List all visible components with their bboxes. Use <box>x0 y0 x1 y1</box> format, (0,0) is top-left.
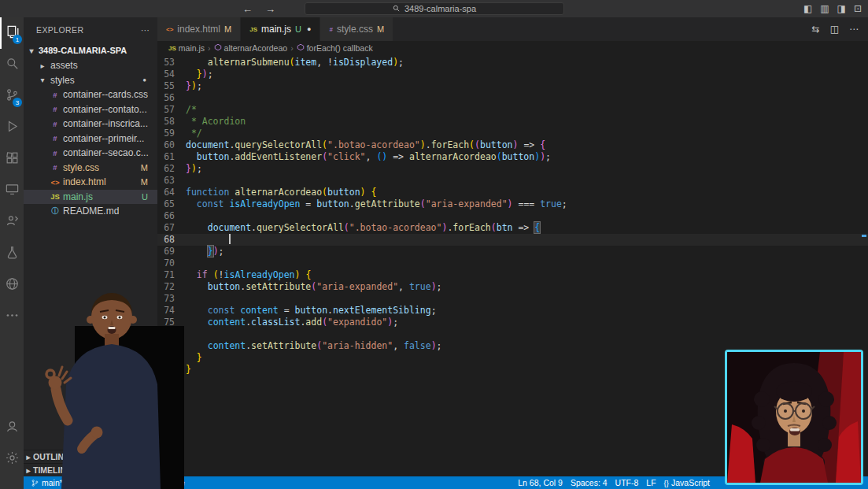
tree-item-assets[interactable]: ▸assets <box>24 58 157 73</box>
tree-item-container-inscrica-[interactable]: #container--inscrica... <box>24 117 157 132</box>
line-number[interactable]: 62 <box>157 163 186 175</box>
line-number[interactable]: 60 <box>157 139 186 151</box>
activity-run-debug[interactable] <box>0 112 24 143</box>
text-cursor <box>229 234 231 244</box>
code-line[interactable]: 75 content.classList.add("expandido"); <box>157 317 868 328</box>
code-line[interactable]: 72 button.setAttribute("aria-expanded", … <box>157 281 868 293</box>
activity-web[interactable] <box>0 269 24 301</box>
file-name: container--secao.c... <box>63 147 149 158</box>
activity-testing[interactable] <box>0 238 24 269</box>
code-line[interactable]: 69 }); <box>157 246 868 257</box>
line-number[interactable]: 53 <box>157 57 186 69</box>
activity-extensions[interactable] <box>0 143 24 175</box>
code-line[interactable]: 56 <box>157 92 868 104</box>
back-icon[interactable]: ← <box>242 3 253 15</box>
tree-item-readme-md[interactable]: ⓘREADME.md <box>24 204 157 219</box>
line-number[interactable]: 67 <box>157 222 186 234</box>
customize-layout-icon[interactable]: ⊡ <box>854 3 862 14</box>
line-number[interactable]: 54 <box>157 69 186 80</box>
git-status-badge: M <box>141 163 148 172</box>
code-line[interactable]: 55}); <box>157 80 868 92</box>
dirty-dot-icon[interactable]: ● <box>307 25 311 33</box>
forward-icon[interactable]: → <box>265 3 275 15</box>
tree-item-style-css[interactable]: #style.cssM <box>24 161 157 176</box>
indentation[interactable]: Spaces: 4 <box>567 478 611 487</box>
tab-index-html[interactable]: <>index.htmlM <box>157 17 241 41</box>
encoding[interactable]: UTF-8 <box>611 478 643 487</box>
tab-label: style.css <box>337 24 373 35</box>
line-content: const content = button.nextElementSiblin… <box>186 305 437 317</box>
tree-item-index-html[interactable]: <>index.htmlM <box>24 175 157 190</box>
explorer-more-actions-icon[interactable]: ⋯ <box>141 25 150 43</box>
tree-item-styles[interactable]: ▾styles● <box>24 73 157 88</box>
line-number[interactable]: 71 <box>157 269 186 281</box>
line-content: }); <box>186 163 202 175</box>
split-editor-icon[interactable]: ◫ <box>830 24 839 35</box>
line-number[interactable]: 55 <box>157 80 186 92</box>
more-actions-icon[interactable]: ⋯ <box>849 24 859 35</box>
line-number[interactable]: 68 <box>157 234 186 246</box>
code-line[interactable]: 66 <box>157 210 868 222</box>
code-line[interactable]: 64function alternarAcordeao(button) { <box>157 187 868 198</box>
tree-item-container-cards-css[interactable]: #container--cards.css <box>24 87 157 102</box>
cursor-position[interactable]: Ln 68, Col 9 <box>514 478 567 487</box>
code-line[interactable]: 62}); <box>157 163 868 175</box>
code-line[interactable]: 58 * Acordion <box>157 116 868 128</box>
layout-controls: ◧ ▥ ◨ ⊡ <box>803 0 862 17</box>
activity-account[interactable] <box>0 412 24 443</box>
code-line[interactable]: 60document.querySelectorAll(".botao-acor… <box>157 139 868 151</box>
activity-remote-explorer[interactable] <box>0 175 24 206</box>
command-center-search[interactable]: 3489-calmaria-spa <box>305 2 564 15</box>
activity-badge: 1 <box>13 35 22 44</box>
line-number[interactable]: 59 <box>157 128 186 139</box>
activity-search[interactable] <box>0 49 24 80</box>
code-line[interactable]: 73 <box>157 293 868 305</box>
activity-explorer[interactable]: 1 <box>0 17 24 49</box>
activity-settings[interactable] <box>0 443 24 475</box>
line-number[interactable]: 66 <box>157 210 186 222</box>
tree-item-container-contato-[interactable]: #container--contato... <box>24 102 157 117</box>
code-line[interactable]: 53 alternarSubmenu(item, !isDisplayed); <box>157 57 868 69</box>
code-line[interactable]: 65 const isAlreadyOpen = button.getAttri… <box>157 198 868 210</box>
code-line[interactable]: 63 <box>157 175 868 187</box>
file-name: style.css <box>63 162 99 173</box>
tab-main-js[interactable]: JSmain.jsU● <box>241 17 320 41</box>
code-line[interactable]: 76 <box>157 328 868 340</box>
code-line[interactable]: 61 button.addEventListener("click", () =… <box>157 151 868 163</box>
activity-live-share[interactable] <box>0 206 24 238</box>
code-line[interactable]: 54 }); <box>157 69 868 80</box>
line-number[interactable]: 58 <box>157 116 186 128</box>
line-number[interactable]: 65 <box>157 198 186 210</box>
code-line[interactable]: 57/* <box>157 104 868 116</box>
breadcrumb-item[interactable]: alternarAcordeao <box>214 43 288 53</box>
line-number[interactable]: 64 <box>157 187 186 198</box>
code-line[interactable]: 71 if (!isAlreadyOpen) { <box>157 269 868 281</box>
chevron-down-icon: ▾ <box>38 76 47 84</box>
breadcrumb-item[interactable]: forEach() callback <box>297 43 373 53</box>
code-line[interactable]: 68 <box>157 234 868 246</box>
line-number[interactable]: 69 <box>157 246 186 257</box>
toggle-panel-icon[interactable]: ▥ <box>820 3 829 14</box>
line-number[interactable]: 56 <box>157 92 186 104</box>
toggle-secondary-sidebar-icon[interactable]: ◨ <box>837 3 846 14</box>
line-number[interactable]: 63 <box>157 175 186 187</box>
language-mode[interactable]: {}JavaScript <box>660 478 714 487</box>
line-number[interactable]: 57 <box>157 104 186 116</box>
line-number[interactable]: 70 <box>157 257 186 269</box>
code-line[interactable]: 74 const content = button.nextElementSib… <box>157 305 868 317</box>
tree-item-main-js[interactable]: JSmain.jsU <box>24 190 157 205</box>
tree-item-container-secao-c-[interactable]: #container--secao.c... <box>24 146 157 161</box>
eol[interactable]: LF <box>642 478 659 487</box>
activity-more[interactable] <box>0 301 24 332</box>
activity-source-control[interactable]: 3 <box>0 80 24 112</box>
code-line[interactable]: 59 */ <box>157 128 868 139</box>
toggle-sidebar-icon[interactable]: ◧ <box>803 3 812 14</box>
breadcrumb-item[interactable]: JSmain.js <box>168 43 205 53</box>
line-number[interactable]: 61 <box>157 151 186 163</box>
code-line[interactable]: 70 <box>157 257 868 269</box>
code-line[interactable]: 67 document.querySelectorAll(".botao-aco… <box>157 222 868 234</box>
compare-changes-icon[interactable]: ⇆ <box>812 24 820 35</box>
tree-item-container-primeir-[interactable]: #container--primeir... <box>24 132 157 146</box>
workspace-root-folder[interactable]: ▾ 3489-CALMARIA-SPA <box>24 43 157 58</box>
tab-style-css[interactable]: #style.cssM <box>320 17 393 41</box>
